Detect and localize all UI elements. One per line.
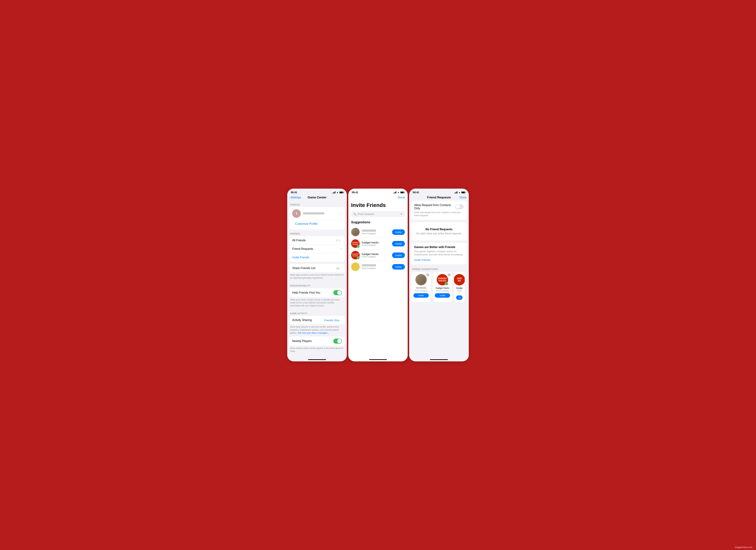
suggestion-name-2: Gadget Hacks [362, 241, 392, 244]
invite-button-1[interactable]: Invite [392, 229, 405, 235]
done-button-2[interactable]: Done [398, 196, 405, 199]
avatar: t [292, 209, 301, 218]
invite-button-4[interactable]: Invite [392, 264, 405, 270]
friend-requests-arrow: ↗ [340, 248, 342, 250]
close-button-1[interactable]: ✕ [426, 273, 429, 277]
suggestion-sub-4: From Contacts [362, 267, 392, 270]
invite-friends-content: Invite Friends 🔍 Find Contacts 🎙 Suggest… [348, 201, 408, 358]
allow-request-helper: Allow only people from your contacts to … [414, 211, 464, 217]
suggestion-avatar-4 [351, 262, 360, 271]
all-friends-row[interactable]: All Friends 3 ↗ [289, 236, 345, 245]
avatar-letter: t [296, 211, 297, 216]
activity-chevron-icon: ⌄ [340, 319, 342, 321]
section-game-activity-label: GAME ACTIVITY [287, 309, 347, 316]
settings-content: PROFILE t ↗ Customize Profile FRIENDS [287, 201, 347, 358]
friend-sugg-invite-btn-1[interactable]: Invite [413, 293, 429, 298]
suggestion-name-blur-4 [362, 264, 376, 266]
allow-request-label: Allow Request from Contacts Only [414, 204, 455, 210]
wifi-icon-3: ▲ [458, 191, 460, 194]
nearby-players-card: Nearby Players [289, 336, 345, 346]
allow-request-row: Allow Request from Contacts Only [414, 204, 464, 210]
help-find-toggle[interactable] [333, 290, 342, 295]
allow-request-card: Allow Request from Contacts Only Allow o… [411, 201, 467, 220]
activity-value: Friends Only [324, 319, 339, 322]
allow-request-toggle[interactable] [455, 204, 464, 209]
friend-sugg-sub-1: From Contacts [415, 290, 427, 292]
nearby-players-label: Nearby Players [292, 340, 333, 343]
search-bar[interactable]: 🔍 Find Contacts 🎙 [351, 211, 405, 217]
friends-card: All Friends 3 ↗ Friend Requests ↗ Invite… [289, 236, 345, 262]
nav-bar-1: ‹ Settings Game Center [287, 195, 347, 201]
close-button-2[interactable]: ✕ [448, 273, 451, 277]
status-bar-2: 09:41 ▲ [348, 189, 408, 195]
nearby-toggle[interactable] [333, 339, 342, 344]
profile-info [303, 212, 340, 215]
screen-friend-requests: 09:41 ▲ Friend Requests Done Allow Reque… [409, 189, 469, 361]
suggestion-info-2: Gadget Hacks From Contacts [362, 241, 392, 246]
activity-link[interactable]: See how your data is managed... [298, 332, 329, 334]
page-title-1: Game Center [308, 196, 326, 199]
mic-icon: 🎙 [400, 213, 403, 215]
friend-sugg-avatar-3: GADHA [454, 274, 465, 285]
games-better-title: Games are Better with Friends [414, 246, 464, 249]
friend-sugg-avatar-1 [415, 274, 427, 285]
activity-helper: Allow other players to see your profile,… [287, 324, 347, 336]
friend-suggestion-card-3: GADHA Gadge From C In [454, 272, 465, 302]
invite-button-2[interactable]: Invite [392, 241, 405, 246]
help-find-helper: Allow your Game Center friends to identi… [287, 297, 347, 309]
invite-friends-link-3[interactable]: Invite Friends [414, 258, 430, 261]
suggestion-info-1: From Contacts [362, 229, 392, 235]
invite-friends-row[interactable]: Invite Friends [289, 253, 345, 262]
profile-row[interactable]: t ↗ [289, 207, 345, 220]
friend-sugg-invite-btn-2[interactable]: Invite [435, 293, 450, 298]
profile-card: t ↗ Customize Profile [289, 207, 345, 230]
blur-avatar-large-1 [415, 274, 427, 285]
time-3: 09:41 [413, 191, 419, 194]
customize-profile-link[interactable]: Customize Profile [292, 220, 342, 228]
search-placeholder: Find Contacts [358, 212, 399, 215]
share-helper-text: Allow apps access to your list of Game C… [287, 272, 347, 282]
battery-icon-2 [400, 191, 404, 193]
activity-sharing-row[interactable]: Activity Sharing Friends Only ⌄ [289, 316, 345, 324]
friend-sugg-invite-btn-3[interactable]: In [456, 295, 463, 300]
nearby-players-row[interactable]: Nearby Players [289, 336, 345, 346]
activity-sharing-right: Friends Only ⌄ [324, 319, 342, 322]
status-icons-2: ▲ [393, 191, 404, 194]
no-requests-title: No Friend Requests [414, 228, 464, 231]
all-friends-badge: 3 ↗ [336, 239, 340, 242]
gadget-logo-3: GADGETHACKS [352, 253, 359, 257]
suggestion-info-3: Gadget Hacks From Contacts [362, 252, 392, 258]
suggestion-item: GADGETHACKS Gadget Hacks From Contacts I… [351, 238, 405, 249]
signal-icon-2 [393, 191, 397, 193]
friend-requests-row[interactable]: Friend Requests ↗ [289, 245, 345, 253]
suggestion-avatar-3: GADGETHACKS [351, 251, 360, 259]
help-find-row[interactable]: Help Friends Find You [289, 288, 345, 297]
all-friends-count: 3 [336, 239, 338, 242]
gadget-logo-large-3: GADHA [457, 277, 462, 282]
invite-button-3[interactable]: Invite [392, 252, 405, 258]
back-button[interactable]: ‹ Settings [289, 196, 301, 199]
blur-avatar-1 [351, 228, 360, 236]
nav-bar-2: Done [348, 195, 408, 201]
friend-suggestions-scroll: ✕ From Contacts Invite ✕ GADGETHACKS [411, 272, 467, 303]
invite-friends-link[interactable]: Invite Friends [292, 256, 309, 259]
page-title-3: Friend Requests [427, 196, 451, 199]
gadget-logo-large-2: GADGETHACKS [438, 277, 447, 282]
share-friends-row[interactable]: Share Friends List On › [289, 264, 345, 272]
time-1: 09:41 [291, 191, 297, 194]
game-activity-card: Activity Sharing Friends Only ⌄ [289, 316, 345, 324]
time-2: 09:41 [352, 191, 358, 194]
section-discoverability-label: DISCOVERABILITY [287, 282, 347, 288]
suggestion-item: From Contacts Invite [351, 226, 405, 238]
suggestion-avatar-1 [351, 228, 360, 236]
nav-bar-3: Friend Requests Done [409, 195, 469, 201]
done-button-3[interactable]: Done [459, 196, 467, 199]
friend-suggestions-label: FRIEND SUGGESTIONS [411, 267, 467, 272]
friend-requests-content: Allow Request from Contacts Only Allow o… [409, 201, 469, 358]
back-label: Settings [291, 196, 301, 199]
status-icons-1: ▲ [332, 191, 343, 194]
share-friends-label: Share Friends List [292, 267, 336, 270]
gadget-logo-2: GADGETHACKS [352, 242, 359, 245]
suggestion-sub-3: From Contacts [362, 256, 392, 258]
battery-icon-3 [461, 191, 465, 193]
